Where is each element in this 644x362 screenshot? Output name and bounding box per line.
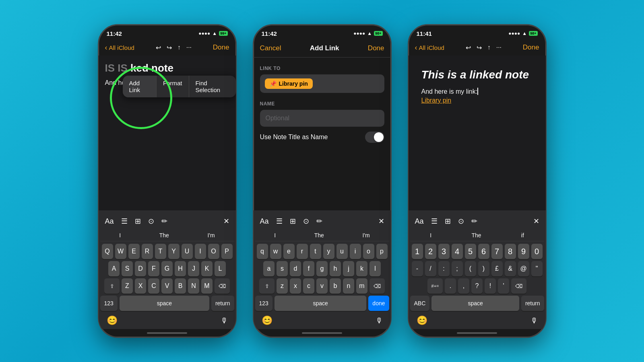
- key-p-2[interactable]: p: [376, 244, 388, 259]
- key-b-2[interactable]: b: [330, 278, 341, 294]
- key-v-2[interactable]: v: [316, 278, 328, 294]
- key-h-2[interactable]: h: [330, 261, 341, 276]
- suggestion-i-2[interactable]: I: [274, 232, 276, 239]
- close-keyboard-icon-3[interactable]: ✕: [532, 215, 541, 227]
- suggestion-if-3[interactable]: if: [521, 232, 524, 239]
- key-g-2[interactable]: g: [316, 261, 328, 276]
- key-2[interactable]: 2: [425, 244, 436, 259]
- suggestion-i-3[interactable]: I: [430, 232, 431, 239]
- use-note-title-toggle[interactable]: [365, 132, 384, 143]
- key-question[interactable]: ?: [471, 278, 483, 294]
- camera-icon-3[interactable]: ⊙: [456, 215, 466, 227]
- numbers-key-1[interactable]: 123: [100, 296, 118, 311]
- key-at[interactable]: @: [518, 261, 529, 276]
- key-pound[interactable]: £: [491, 261, 503, 276]
- more-icon-3[interactable]: ···: [496, 44, 502, 51]
- key-d[interactable]: D: [135, 261, 146, 276]
- key-k-2[interactable]: k: [356, 261, 367, 276]
- key-u[interactable]: U: [182, 244, 193, 259]
- key-g[interactable]: G: [161, 261, 173, 276]
- table-icon-3[interactable]: ⊞: [443, 215, 452, 227]
- key-l-2[interactable]: l: [369, 261, 381, 276]
- redo-icon-3[interactable]: ↪: [477, 44, 482, 51]
- key-3[interactable]: 3: [438, 244, 450, 259]
- delete-key-1[interactable]: ⌫: [215, 278, 230, 294]
- key-x-2[interactable]: x: [290, 278, 301, 294]
- key-p[interactable]: P: [221, 244, 233, 259]
- done-key-2[interactable]: done: [368, 296, 389, 311]
- key-o[interactable]: O: [208, 244, 219, 259]
- key-1[interactable]: 1: [412, 244, 423, 259]
- key-0[interactable]: 0: [531, 244, 543, 259]
- font-size-icon-1[interactable]: Aa: [103, 216, 116, 227]
- key-ampersand[interactable]: &: [505, 261, 516, 276]
- key-dash[interactable]: -: [412, 261, 423, 276]
- key-j[interactable]: J: [188, 261, 199, 276]
- return-key-1[interactable]: return: [211, 296, 234, 311]
- mic-key-1[interactable]: 🎙: [221, 317, 228, 325]
- back-label-1[interactable]: All iCloud: [109, 44, 134, 51]
- done-button-1[interactable]: Done: [213, 43, 229, 51]
- list-icon-1[interactable]: ☰: [120, 215, 129, 227]
- return-key-3[interactable]: return: [521, 296, 544, 311]
- suggestion-im-2[interactable]: I'm: [362, 232, 369, 239]
- key-n[interactable]: N: [188, 278, 199, 294]
- space-key-2[interactable]: space: [275, 296, 366, 311]
- key-z[interactable]: Z: [122, 278, 133, 294]
- close-keyboard-icon-2[interactable]: ✕: [377, 215, 386, 227]
- key-s-2[interactable]: s: [277, 261, 288, 276]
- delete-key-3[interactable]: ⌫: [511, 278, 526, 294]
- library-pin-badge[interactable]: 📌 Library pin: [265, 78, 313, 89]
- mic-key-3[interactable]: 🎙: [530, 317, 538, 325]
- key-i-2[interactable]: i: [350, 244, 361, 259]
- redo-icon-1[interactable]: ↪: [167, 44, 172, 51]
- abc-key-3[interactable]: ABC: [410, 296, 430, 311]
- key-f-2[interactable]: f: [303, 261, 314, 276]
- format-menu-item[interactable]: Format: [157, 76, 189, 97]
- key-o-2[interactable]: o: [363, 244, 374, 259]
- key-k[interactable]: K: [201, 261, 213, 276]
- suggestion-the-2[interactable]: The: [314, 232, 324, 239]
- undo-icon-3[interactable]: ↩: [466, 44, 471, 51]
- key-a[interactable]: A: [108, 261, 120, 276]
- done-button-3[interactable]: Done: [523, 43, 539, 51]
- name-field[interactable]: Optional: [260, 110, 384, 127]
- key-q[interactable]: Q: [102, 244, 113, 259]
- key-l[interactable]: L: [215, 261, 226, 276]
- key-v[interactable]: V: [161, 278, 173, 294]
- key-w[interactable]: W: [115, 244, 126, 259]
- pencil-icon-3[interactable]: ✏: [470, 215, 479, 227]
- key-h[interactable]: H: [175, 261, 186, 276]
- key-a-2[interactable]: a: [263, 261, 275, 276]
- key-slash[interactable]: /: [425, 261, 436, 276]
- key-6[interactable]: 6: [478, 244, 489, 259]
- link-to-field[interactable]: 📌 Library pin: [260, 74, 384, 93]
- key-c-2[interactable]: c: [303, 278, 314, 294]
- key-x[interactable]: X: [135, 278, 146, 294]
- key-exclaim[interactable]: !: [485, 278, 496, 294]
- key-y-2[interactable]: y: [323, 244, 334, 259]
- key-e-2[interactable]: e: [283, 244, 295, 259]
- font-size-icon-2[interactable]: Aa: [258, 216, 270, 227]
- pencil-icon-1[interactable]: ✏: [160, 215, 169, 227]
- key-f[interactable]: F: [148, 261, 159, 276]
- numbers-key-2[interactable]: 123: [255, 296, 272, 311]
- suggestion-i-1[interactable]: I: [119, 232, 121, 239]
- key-t[interactable]: T: [155, 244, 166, 259]
- back-label-3[interactable]: All iCloud: [419, 44, 444, 51]
- undo-icon-1[interactable]: ↩: [156, 44, 161, 51]
- key-z-2[interactable]: z: [277, 278, 288, 294]
- key-d-2[interactable]: d: [290, 261, 301, 276]
- key-period[interactable]: .: [445, 278, 456, 294]
- cancel-button-2[interactable]: Cancel: [260, 44, 281, 52]
- camera-icon-1[interactable]: ⊙: [147, 215, 156, 227]
- key-4[interactable]: 4: [452, 244, 463, 259]
- share-icon-1[interactable]: ↑: [178, 44, 181, 51]
- suggestion-the-1[interactable]: The: [159, 232, 169, 239]
- space-key-3[interactable]: space: [431, 296, 519, 311]
- delete-key-2[interactable]: ⌫: [369, 278, 385, 294]
- key-n-2[interactable]: n: [343, 278, 354, 294]
- key-apostrophe[interactable]: ': [498, 278, 509, 294]
- table-icon-1[interactable]: ⊞: [133, 215, 142, 227]
- note-link-3[interactable]: Library pin: [421, 97, 533, 104]
